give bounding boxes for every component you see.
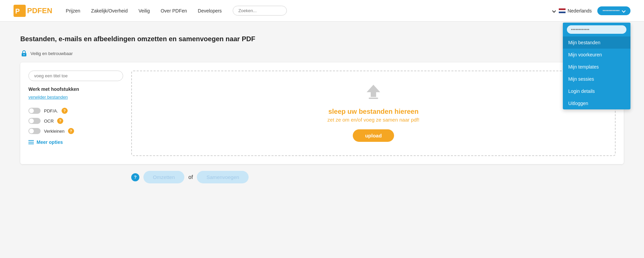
action-help-icon[interactable]: ? [131, 173, 139, 181]
toggle-pdfa-row: PDF/A. ? [28, 108, 123, 114]
header: P PDFEN Prijzen Zakelijk/Overheid Veilig… [0, 0, 644, 22]
nav-developers[interactable]: Developers [198, 8, 222, 14]
dropdown-mijn-voorkeuren[interactable]: Mijn voorkeuren [563, 49, 630, 61]
tool-card: ? Werk met hoofstukken verwijder bestand… [20, 62, 624, 164]
toggle-verkleinen[interactable] [28, 128, 41, 134]
logo-text: PDFEN [27, 6, 52, 15]
user-email-display: •••••••••••• [603, 8, 620, 13]
nav-over[interactable]: Over PDFen [161, 8, 187, 14]
dropdown-mijn-templates[interactable]: Mijn templates [563, 61, 630, 73]
logo[interactable]: P PDFEN [14, 5, 52, 17]
toggle-pdfa-info-icon[interactable]: ? [62, 108, 68, 114]
dropdown-mijn-sessies[interactable]: Mijn sessies [563, 73, 630, 85]
page-title: Bestanden, e-mails en afbeeldingen omzet… [20, 35, 624, 43]
toggle-verkleinen-info-icon[interactable]: ? [68, 128, 74, 134]
toggle-ocr[interactable] [28, 118, 41, 124]
logo-icon: P [14, 5, 26, 17]
dropdown-mijn-bestanden[interactable]: Mijn bestanden [563, 36, 630, 49]
dropdown-chevron-icon [622, 9, 625, 12]
svg-rect-4 [559, 8, 566, 10]
dropdown-login-details[interactable]: Login details [563, 85, 630, 97]
nav: Prijzen Zakelijk/Overheid Veilig Over PD… [66, 6, 553, 16]
toggle-verkleinen-row: Verkleinen ? [28, 128, 123, 134]
user-menu-container: •••••••••••• Mijn bestanden Mijn voorkeu… [597, 6, 630, 15]
drop-text-main: sleep uw bestanden hiereen [328, 108, 419, 115]
secure-badge: Veilig en betrouwbaar [20, 50, 624, 57]
user-dropdown-button[interactable]: •••••••••••• [597, 6, 630, 15]
language-selector[interactable]: Nederlands [553, 8, 592, 14]
upload-button[interactable]: upload [353, 129, 394, 142]
language-label: Nederlands [568, 8, 592, 14]
bottom-actions: ? Omzetten of Samenvoegen [20, 171, 624, 183]
svg-text:P: P [15, 7, 20, 15]
toggle-pdfa-label: PDF/A. [44, 108, 58, 113]
tool-left-panel: Werk met hoofstukken verwijder bestanden… [28, 71, 123, 156]
secure-label: Veilig en betrouwbaar [30, 51, 73, 56]
toggle-pdfa[interactable] [28, 108, 41, 114]
chevron-down-icon [552, 9, 556, 12]
omzetten-button[interactable]: Omzetten [143, 171, 184, 183]
svg-point-6 [24, 54, 25, 55]
toggle-verkleinen-label: Verkleinen [44, 129, 65, 134]
toggle-ocr-label: OCR [44, 119, 54, 124]
header-right: Nederlands •••••••••••• Mijn bestanden M… [553, 6, 630, 15]
nav-prijzen[interactable]: Prijzen [66, 8, 80, 14]
drop-text-sub: zet ze om en/of voeg ze samen naar pdf! [327, 117, 419, 123]
nav-veilig[interactable]: Veilig [139, 8, 150, 14]
samenvoegen-button[interactable]: Samenvoegen [197, 171, 249, 183]
hamburger-icon [28, 140, 34, 144]
action-buttons-row: ? Omzetten of Samenvoegen [131, 171, 249, 183]
toggle-ocr-info-icon[interactable]: ? [57, 118, 63, 124]
upload-arrow-icon [363, 85, 384, 102]
lock-icon [20, 50, 28, 57]
svg-rect-8 [369, 98, 378, 99]
chapters-label: Werk met hoofstukken [28, 86, 123, 92]
more-options-label: Meer opties [37, 139, 63, 145]
dropdown-search-input[interactable] [567, 25, 626, 34]
more-options-button[interactable]: Meer opties [28, 139, 123, 145]
dropdown-uitloggen[interactable]: Uitloggen [563, 97, 630, 109]
search-input[interactable] [233, 6, 287, 16]
toggle-ocr-row: OCR ? [28, 118, 123, 124]
nav-zakelijk[interactable]: Zakelijk/Overheid [91, 8, 128, 14]
nl-flag-icon [559, 8, 566, 13]
or-label: of [188, 174, 193, 180]
drop-zone[interactable]: sleep uw bestanden hiereen zet ze om en/… [131, 71, 616, 156]
main-content: Bestanden, e-mails en afbeeldingen omzet… [0, 22, 644, 197]
title-input[interactable] [28, 71, 123, 81]
svg-marker-7 [367, 85, 380, 97]
user-dropdown-menu: Mijn bestanden Mijn voorkeuren Mijn temp… [563, 23, 630, 109]
remove-files-link[interactable]: verwijder bestanden [28, 95, 123, 100]
dropdown-search-row [563, 23, 630, 36]
